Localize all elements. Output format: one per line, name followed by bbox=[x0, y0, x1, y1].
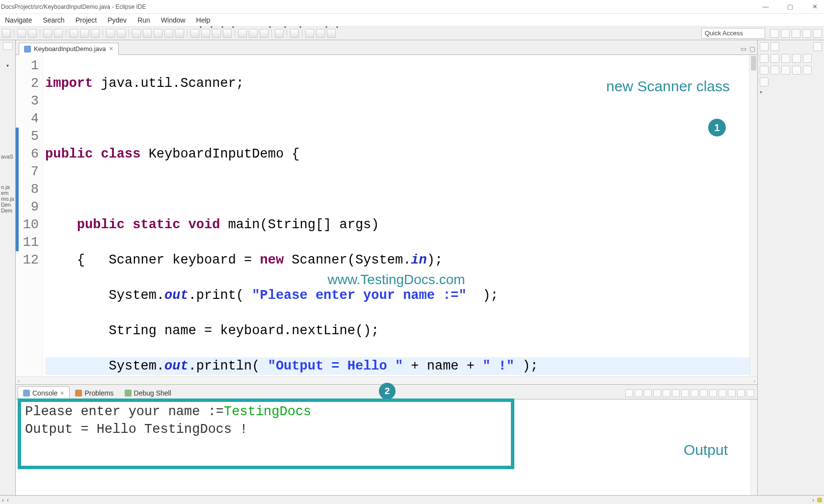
tool-icon[interactable] bbox=[760, 66, 769, 75]
perspective-icon[interactable] bbox=[813, 29, 822, 38]
console-tool-icon[interactable] bbox=[672, 389, 680, 397]
tool-icon[interactable] bbox=[91, 29, 100, 38]
breakpoints-view-icon[interactable] bbox=[771, 42, 779, 51]
close-icon[interactable]: ✕ bbox=[807, 3, 822, 10]
menu-navigate[interactable]: Navigate bbox=[0, 15, 37, 26]
back-icon[interactable] bbox=[305, 29, 314, 38]
tool-icon[interactable] bbox=[43, 29, 52, 38]
tool-icon[interactable] bbox=[28, 29, 37, 38]
scroll-right-icon[interactable]: › bbox=[753, 378, 755, 384]
tool-icon[interactable] bbox=[760, 78, 769, 86]
console-tool-icon[interactable] bbox=[709, 389, 717, 397]
statusbar: › ‹ › bbox=[0, 495, 824, 504]
tool-icon[interactable] bbox=[249, 29, 258, 38]
tool-icon[interactable] bbox=[760, 54, 769, 63]
outline-view-icon[interactable] bbox=[760, 42, 769, 51]
tool-dropdown-icon[interactable] bbox=[290, 29, 299, 38]
menu-help[interactable]: Help bbox=[191, 15, 215, 26]
maximize-view-icon[interactable]: ▢ bbox=[749, 45, 755, 53]
perspective-icon[interactable] bbox=[770, 29, 779, 38]
tool-icon[interactable] bbox=[781, 66, 790, 75]
close-tab-icon[interactable]: ✕ bbox=[60, 390, 64, 397]
menu-pydev[interactable]: Pydev bbox=[103, 15, 132, 26]
tool-icon[interactable] bbox=[54, 29, 63, 38]
menu-run[interactable]: Run bbox=[133, 15, 155, 26]
menu-window[interactable]: Window bbox=[156, 15, 190, 26]
forward-history-icon[interactable] bbox=[327, 29, 336, 38]
scroll-left-icon[interactable]: ‹ bbox=[7, 497, 9, 504]
console-tool-icon[interactable] bbox=[635, 389, 642, 397]
line-number-gutter: 1 2 3 4 5 6 7 8 9 10 11 12 bbox=[16, 55, 43, 376]
chevron-down-icon[interactable]: ▾ bbox=[760, 89, 762, 95]
tab-label: Console bbox=[32, 389, 57, 397]
chevron-down-icon[interactable]: ▾ bbox=[6, 63, 9, 68]
tool-icon[interactable] bbox=[106, 29, 115, 38]
back-history-icon[interactable] bbox=[316, 29, 325, 38]
quick-access-input[interactable]: Quick Access bbox=[701, 28, 765, 39]
minimize-icon[interactable]: — bbox=[758, 3, 773, 10]
window-controls: — ▢ ✕ bbox=[758, 3, 822, 10]
console-tool-icon[interactable] bbox=[728, 389, 736, 397]
tool-icon[interactable] bbox=[80, 29, 89, 38]
minimize-view-icon[interactable]: ▭ bbox=[741, 45, 746, 53]
maximize-icon[interactable]: ▢ bbox=[783, 3, 797, 10]
tool-icon[interactable] bbox=[164, 29, 173, 38]
maximize-view-icon[interactable] bbox=[746, 389, 754, 397]
tool-icon[interactable] bbox=[117, 29, 126, 38]
tab-debug-shell[interactable]: Debug Shell bbox=[119, 386, 177, 399]
view-menu-icon[interactable] bbox=[813, 42, 822, 51]
scrollbar-thumb[interactable] bbox=[751, 56, 756, 71]
tool-icon[interactable] bbox=[792, 66, 801, 75]
vertical-scrollbar[interactable] bbox=[750, 399, 757, 495]
console-output-box[interactable]: <terminated> KeyboardInputDemo [Java App… bbox=[18, 398, 514, 469]
console-tool-icon[interactable] bbox=[644, 389, 652, 397]
perspective-icon[interactable] bbox=[802, 29, 811, 38]
code-editor[interactable]: 1 2 3 4 5 6 7 8 9 10 11 12 import java.u… bbox=[16, 55, 757, 376]
tool-icon[interactable] bbox=[132, 29, 141, 38]
tool-icon[interactable] bbox=[771, 54, 779, 63]
code-area[interactable]: import java.util.Scanner; public class K… bbox=[43, 55, 749, 376]
tool-icon[interactable] bbox=[238, 29, 247, 38]
tool-icon[interactable] bbox=[17, 29, 26, 38]
console-tool-icon[interactable] bbox=[653, 389, 661, 397]
console-tool-icon[interactable] bbox=[681, 389, 689, 397]
console-tool-icon[interactable] bbox=[718, 389, 726, 397]
tool-icon[interactable] bbox=[2, 29, 11, 38]
console-tool-icon[interactable] bbox=[625, 389, 633, 397]
restore-view-icon[interactable] bbox=[3, 42, 13, 50]
menu-search[interactable]: Search bbox=[38, 15, 69, 26]
console-tool-icon[interactable] bbox=[691, 389, 698, 397]
tab-problems[interactable]: Problems bbox=[70, 386, 119, 399]
console-tool-icon[interactable] bbox=[663, 389, 670, 397]
annotation-badge-2: 2 bbox=[379, 383, 396, 399]
scroll-right-icon[interactable]: › bbox=[812, 497, 814, 504]
perspective-icon[interactable] bbox=[792, 29, 800, 38]
tool-icon[interactable] bbox=[175, 29, 184, 38]
perspective-icon[interactable] bbox=[781, 29, 790, 38]
show-views-icon[interactable]: › bbox=[2, 497, 4, 504]
tool-icon[interactable] bbox=[143, 29, 152, 38]
tool-icon[interactable] bbox=[803, 54, 812, 63]
java-file-icon bbox=[24, 46, 31, 53]
tool-dropdown-icon[interactable] bbox=[275, 29, 284, 38]
tool-icon[interactable] bbox=[154, 29, 162, 38]
tool-icon[interactable] bbox=[69, 29, 78, 38]
vertical-scrollbar[interactable] bbox=[749, 55, 757, 376]
perspective-switcher bbox=[770, 29, 822, 38]
debug-dropdown-icon[interactable] bbox=[190, 29, 199, 38]
scroll-left-icon[interactable]: ‹ bbox=[18, 378, 20, 384]
tool-icon[interactable] bbox=[792, 54, 801, 63]
menu-project[interactable]: Project bbox=[71, 15, 102, 26]
editor-tab-keyboardinputdemo[interactable]: KeyboardInputDemo.java ✕ bbox=[19, 43, 119, 55]
minimize-view-icon[interactable] bbox=[737, 389, 745, 397]
tool-icon[interactable] bbox=[803, 66, 812, 75]
external-dropdown-icon[interactable] bbox=[223, 29, 232, 38]
close-tab-icon[interactable]: ✕ bbox=[109, 46, 113, 52]
tool-icon[interactable] bbox=[771, 66, 779, 75]
console-tool-icon[interactable] bbox=[700, 389, 708, 397]
runlast-dropdown-icon[interactable] bbox=[212, 29, 221, 38]
tool-dropdown-icon[interactable] bbox=[260, 29, 268, 38]
run-dropdown-icon[interactable] bbox=[201, 29, 210, 38]
tab-console[interactable]: Console ✕ bbox=[18, 386, 70, 399]
tool-icon[interactable] bbox=[781, 54, 790, 63]
